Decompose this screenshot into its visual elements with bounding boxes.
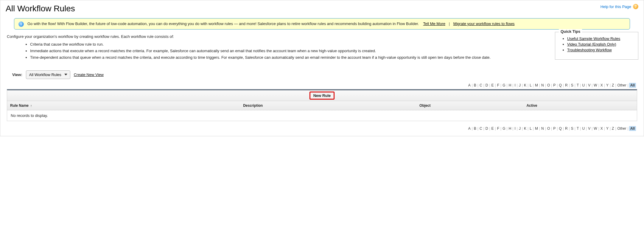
alpha-separator: |	[483, 126, 484, 131]
alpha-separator: |	[563, 83, 564, 87]
alpha-separator: |	[483, 83, 484, 87]
alpha-separator: |	[539, 83, 540, 87]
alpha-letter-t[interactable]: T	[576, 126, 579, 131]
alpha-separator: |	[512, 83, 513, 87]
alpha-letter-w[interactable]: W	[593, 126, 598, 131]
alpha-letter-e[interactable]: E	[491, 126, 494, 131]
sort-asc-icon: ↑	[30, 104, 32, 107]
alpha-letter-m[interactable]: M	[534, 126, 539, 131]
alpha-letter-d[interactable]: D	[485, 126, 489, 131]
alpha-separator: |	[575, 126, 575, 131]
alpha-separator: |	[563, 126, 564, 131]
alpha-letter-l[interactable]: L	[529, 126, 532, 131]
alpha-letter-z[interactable]: Z	[611, 83, 615, 87]
alpha-separator: |	[517, 126, 518, 131]
alpha-letter-h[interactable]: H	[508, 126, 512, 131]
alpha-separator: |	[586, 126, 587, 131]
alpha-filter-bottom: A|B|C|D|E|F|G|H|I|J|K|L|M|N|O|P|Q|R|S|T|…	[6, 126, 636, 131]
alpha-separator: |	[489, 126, 490, 131]
quick-tip-link-sample[interactable]: Useful Sample Workflow Rules	[567, 36, 620, 41]
alpha-letter-k[interactable]: K	[523, 126, 527, 131]
alpha-letter-b[interactable]: B	[473, 126, 477, 131]
alpha-letter-r[interactable]: R	[564, 83, 568, 87]
column-header-name-text: Rule Name	[10, 103, 29, 108]
alpha-letter-a[interactable]: A	[468, 126, 471, 131]
create-new-view-link[interactable]: Create New View	[74, 72, 104, 77]
alpha-letter-t[interactable]: T	[576, 83, 579, 87]
alpha-letter-f[interactable]: F	[497, 126, 500, 131]
alpha-letter-y[interactable]: Y	[606, 126, 609, 131]
alpha-letter-g[interactable]: G	[502, 83, 506, 87]
alpha-letter-q[interactable]: Q	[559, 126, 562, 131]
alpha-letter-j[interactable]: J	[518, 83, 521, 87]
alpha-letter-i[interactable]: I	[514, 83, 516, 87]
intro-bullet: Immediate actions that execute when a re…	[30, 48, 549, 54]
alpha-letter-j[interactable]: J	[518, 126, 521, 131]
alpha-letter-q[interactable]: Q	[559, 83, 562, 87]
alpha-letter-u[interactable]: U	[581, 83, 585, 87]
info-banner-text: Go with the flow! With Flow Builder, the…	[27, 21, 419, 26]
alpha-separator: |	[545, 126, 546, 131]
alpha-all[interactable]: All	[629, 83, 636, 88]
alpha-separator: |	[472, 126, 473, 131]
column-header-object[interactable]: Object	[416, 101, 523, 110]
alpha-separator: |	[500, 83, 501, 87]
alpha-letter-b[interactable]: B	[473, 83, 477, 87]
alpha-separator: |	[495, 126, 496, 131]
alpha-separator: |	[580, 83, 581, 87]
column-header-description[interactable]: Description	[240, 101, 416, 110]
alpha-separator: |	[512, 126, 513, 131]
alpha-other[interactable]: Other	[617, 126, 627, 131]
alpha-separator: |	[557, 83, 558, 87]
alpha-letter-d[interactable]: D	[485, 83, 489, 87]
alpha-letter-w[interactable]: W	[593, 83, 598, 87]
view-select[interactable]: All Workflow Rules	[26, 70, 70, 79]
alpha-letter-u[interactable]: U	[581, 126, 585, 131]
alpha-letter-o[interactable]: O	[547, 83, 550, 87]
alpha-letter-x[interactable]: X	[600, 126, 603, 131]
tell-me-more-link[interactable]: Tell Me More	[423, 21, 445, 26]
quick-tip-link-video[interactable]: Video Tutorial (English Only)	[567, 42, 616, 47]
alpha-separator: |	[545, 83, 546, 87]
alpha-letter-g[interactable]: G	[502, 126, 506, 131]
alpha-letter-e[interactable]: E	[491, 83, 494, 87]
alpha-letter-v[interactable]: V	[587, 83, 591, 87]
alpha-letter-n[interactable]: N	[541, 83, 545, 87]
quick-tip-link-troubleshoot[interactable]: Troubleshooting Workflow	[567, 48, 612, 52]
alpha-letter-m[interactable]: M	[534, 83, 539, 87]
alpha-letter-p[interactable]: P	[553, 83, 556, 87]
alpha-letter-p[interactable]: P	[553, 126, 556, 131]
alpha-letter-h[interactable]: H	[508, 83, 512, 87]
alpha-letter-k[interactable]: K	[523, 83, 527, 87]
intro-list: Criteria that cause the workflow rule to…	[30, 41, 549, 61]
alpha-separator: |	[569, 126, 570, 131]
alpha-letter-s[interactable]: S	[570, 83, 574, 87]
alpha-all[interactable]: All	[629, 126, 636, 131]
migrate-link[interactable]: Migrate your workflow rules to flows	[453, 21, 515, 26]
alpha-letter-a[interactable]: A	[468, 83, 471, 87]
column-header-active[interactable]: Active	[523, 101, 637, 110]
help-link[interactable]: Help for this Page ?	[601, 4, 638, 9]
alpha-other[interactable]: Other	[617, 83, 627, 87]
alpha-letter-c[interactable]: C	[479, 83, 483, 87]
alpha-letter-l[interactable]: L	[529, 83, 532, 87]
alpha-separator: |	[615, 126, 616, 131]
alpha-letter-y[interactable]: Y	[606, 83, 609, 87]
new-rule-button[interactable]: New Rule	[309, 92, 335, 100]
alpha-letter-o[interactable]: O	[547, 126, 550, 131]
column-header-rule-name[interactable]: Rule Name ↑	[7, 101, 240, 110]
alpha-letter-n[interactable]: N	[541, 126, 545, 131]
alpha-separator: |	[528, 126, 528, 131]
alpha-letter-s[interactable]: S	[570, 126, 574, 131]
alpha-letter-r[interactable]: R	[564, 126, 568, 131]
alpha-letter-i[interactable]: I	[514, 126, 516, 131]
alpha-letter-f[interactable]: F	[497, 83, 500, 87]
alpha-separator: |	[551, 126, 552, 131]
alpha-letter-c[interactable]: C	[479, 126, 483, 131]
alpha-letter-x[interactable]: X	[600, 83, 603, 87]
alpha-separator: |	[528, 83, 528, 87]
alpha-separator: |	[598, 126, 599, 131]
alpha-letter-v[interactable]: V	[587, 126, 591, 131]
alpha-separator: |	[533, 83, 534, 87]
alpha-letter-z[interactable]: Z	[611, 126, 615, 131]
